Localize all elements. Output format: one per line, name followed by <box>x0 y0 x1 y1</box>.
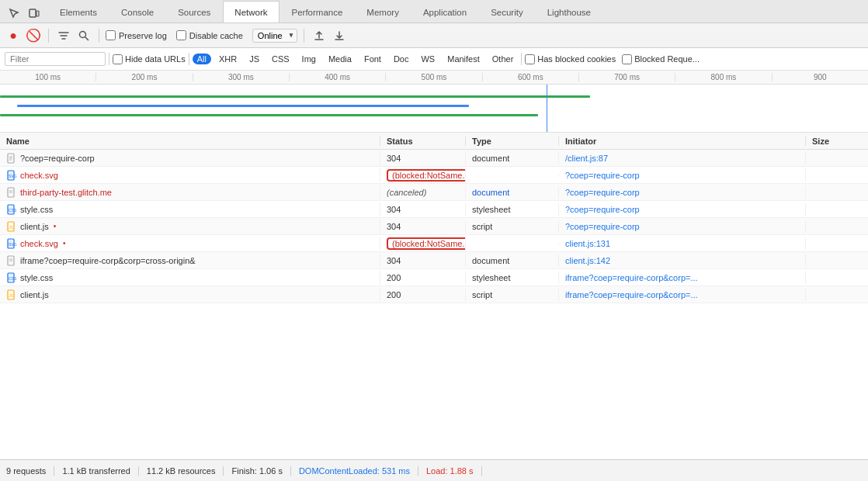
table-row[interactable]: ?coep=require-corp 304 document /client.… <box>0 150 868 167</box>
type-btn-js[interactable]: JS <box>245 54 264 64</box>
js-file-icon: JS <box>6 221 17 232</box>
network-toolbar: ● 🚫 Preserve log Disable cache Online <box>0 23 868 48</box>
row2-initiator-link[interactable]: ?coep=require-corp <box>565 171 640 180</box>
row5-name: JS client.js • <box>0 220 380 234</box>
hide-data-urls-label[interactable]: Hide data URLs <box>113 54 186 64</box>
doc-icon <box>6 187 17 198</box>
header-initiator[interactable]: Initiator <box>559 137 806 146</box>
tab-application[interactable]: Application <box>411 1 478 22</box>
throttle-select[interactable]: Online <box>252 29 297 43</box>
css-file-icon: CSS <box>6 204 17 215</box>
tab-elements[interactable]: Elements <box>48 1 109 22</box>
type-btn-css[interactable]: CSS <box>267 54 294 64</box>
tab-console[interactable]: Console <box>109 1 165 22</box>
filter-bar: Hide data URLs All XHR JS CSS Img Media … <box>0 48 868 71</box>
type-btn-doc[interactable]: Doc <box>389 54 414 64</box>
tab-network[interactable]: Network <box>223 1 279 22</box>
table-row[interactable]: SVG check.svg • (blocked:NotSame... clie… <box>0 235 868 252</box>
search-btn[interactable] <box>75 27 92 44</box>
has-blocked-cookies-label[interactable]: Has blocked cookies <box>525 54 616 64</box>
row2-type <box>466 174 559 177</box>
network-table-area: Name Status Type Initiator Size ?coep=re… <box>0 133 868 459</box>
row8-initiator-link[interactable]: iframe?coep=require-corp&corp=... <box>565 273 698 282</box>
table-row[interactable]: CSS style.css 200 stylesheet iframe?coep… <box>0 269 868 286</box>
blocked-requests-label[interactable]: Blocked Reque... <box>622 54 700 64</box>
ruler-200ms: 200 ms <box>95 73 192 81</box>
dot-indicator-2: • <box>63 239 66 247</box>
ruler-700ms: 700 ms <box>578 73 675 81</box>
record-btn[interactable]: ● <box>5 27 22 44</box>
tab-security[interactable]: Security <box>479 1 535 22</box>
device-toolbar-btn[interactable] <box>25 4 43 22</box>
row5-initiator-link[interactable]: ?coep=require-corp <box>565 222 640 231</box>
type-btn-all[interactable]: All <box>193 54 211 64</box>
row7-name: iframe?coep=require-corp&corp=cross-orig… <box>0 254 380 268</box>
header-size[interactable]: Size <box>806 137 868 146</box>
type-btn-media[interactable]: Media <box>324 54 356 64</box>
status-load: Load: 1.88 s <box>418 466 482 476</box>
timeline-bars <box>0 85 868 133</box>
filter-input[interactable] <box>5 52 106 66</box>
type-btn-other[interactable]: Other <box>488 54 519 64</box>
header-type[interactable]: Type <box>466 137 559 146</box>
table-row[interactable]: JS client.js 200 script iframe?coep=requ… <box>0 286 868 303</box>
type-btn-ws[interactable]: WS <box>416 54 439 64</box>
ruler-400ms: 400 ms <box>289 73 385 81</box>
row3-status: (canceled) <box>380 186 466 199</box>
has-blocked-cookies-checkbox[interactable] <box>525 54 535 64</box>
download-btn[interactable] <box>331 27 348 44</box>
preserve-log-label[interactable]: Preserve log <box>106 30 167 40</box>
table-row[interactable]: third-party-test.glitch.me (canceled) do… <box>0 184 868 201</box>
row4-initiator-link[interactable]: ?coep=require-corp <box>565 205 640 214</box>
clear-btn[interactable]: 🚫 <box>25 27 42 44</box>
ruler-500ms: 500 ms <box>385 73 481 81</box>
row1-initiator-link[interactable]: /client.js:87 <box>565 154 608 163</box>
tab-performance[interactable]: Performance <box>280 1 355 22</box>
row3-initiator-link[interactable]: ?coep=require-corp <box>565 188 640 197</box>
type-btn-img[interactable]: Img <box>297 54 321 64</box>
status-transferred: 1.1 kB transferred <box>54 466 138 476</box>
row7-initiator-link[interactable]: client.js:142 <box>565 256 610 265</box>
svg-text:JS: JS <box>9 226 13 230</box>
blocked-requests-checkbox[interactable] <box>622 54 632 64</box>
disable-cache-checkbox[interactable] <box>176 30 186 40</box>
row9-type: script <box>466 289 559 301</box>
row2-initiator: ?coep=require-corp <box>559 169 806 182</box>
table-row[interactable]: SVG check.svg (blocked:NotSame... ?coep=… <box>0 167 868 184</box>
tab-sources[interactable]: Sources <box>166 1 222 22</box>
row3-type: document <box>466 186 559 199</box>
row2-status: (blocked:NotSame... <box>380 168 466 183</box>
ruler-800ms: 800 ms <box>675 73 771 81</box>
filter-btn[interactable] <box>55 27 72 44</box>
type-btn-font[interactable]: Font <box>359 54 386 64</box>
svg-file-icon: SVG <box>6 238 17 249</box>
row6-name: SVG check.svg • <box>0 237 380 251</box>
type-btn-manifest[interactable]: Manifest <box>443 54 484 64</box>
table-row[interactable]: JS client.js • 304 script ?coep=require-… <box>0 218 868 235</box>
tab-memory[interactable]: Memory <box>355 1 411 22</box>
disable-cache-label[interactable]: Disable cache <box>176 30 243 40</box>
svg-point-2 <box>80 31 86 37</box>
dcl-vertical-marker <box>547 85 547 133</box>
row4-size <box>806 208 868 211</box>
header-name[interactable]: Name <box>0 137 380 146</box>
svg-text:SVG: SVG <box>9 174 17 178</box>
status-requests: 9 requests <box>6 466 54 476</box>
status-dcl: DOMContentLoaded: 531 ms <box>291 466 418 476</box>
hide-data-urls-checkbox[interactable] <box>113 54 123 64</box>
table-row[interactable]: CSS style.css 304 stylesheet ?coep=requi… <box>0 201 868 218</box>
row9-initiator-link[interactable]: iframe?coep=require-corp&corp=... <box>565 290 698 299</box>
row6-initiator-link[interactable]: client.js:131 <box>565 239 610 248</box>
upload-btn[interactable] <box>311 27 328 44</box>
type-btn-xhr[interactable]: XHR <box>214 54 241 64</box>
row9-status: 200 <box>380 289 466 301</box>
svg-rect-1 <box>36 11 39 16</box>
header-status[interactable]: Status <box>380 137 466 146</box>
tab-lighthouse[interactable]: Lighthouse <box>536 1 602 22</box>
filter-divider-2 <box>189 53 189 65</box>
row8-name: CSS style.css <box>0 271 380 285</box>
select-element-btn[interactable] <box>5 4 23 22</box>
svg-file-icon: SVG <box>6 170 17 181</box>
table-row[interactable]: iframe?coep=require-corp&corp=cross-orig… <box>0 252 868 269</box>
preserve-log-checkbox[interactable] <box>106 30 116 40</box>
